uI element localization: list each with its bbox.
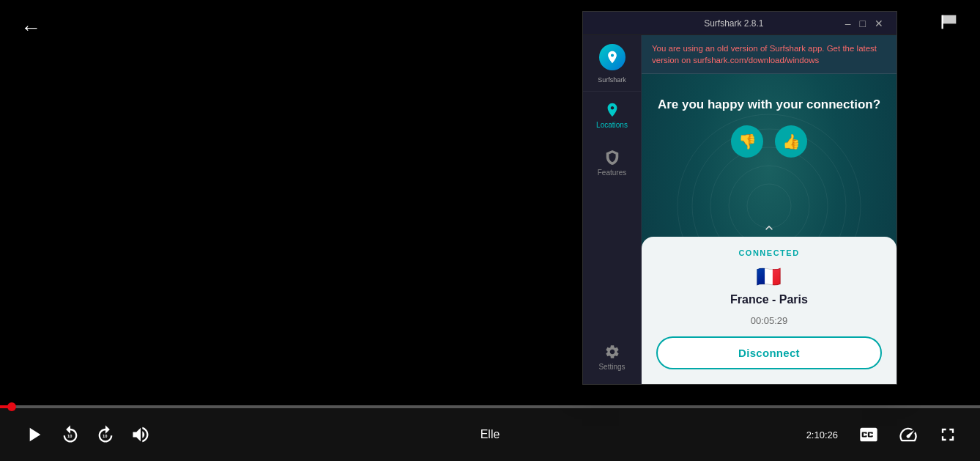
progress-bar[interactable] bbox=[0, 405, 980, 408]
location-name: France - Paris bbox=[730, 293, 808, 306]
sidebar-logo-label: Surfshark bbox=[598, 76, 626, 84]
right-controls: 2:10:26 bbox=[806, 420, 965, 449]
vpn-connection-content: Are you happy with your connection? 👎 👍 bbox=[642, 74, 897, 384]
update-banner-text: You are using an old version of Surfshar… bbox=[652, 44, 877, 64]
connected-status-label: CONNECTED bbox=[738, 248, 799, 257]
sidebar-item-locations[interactable]: Locations bbox=[583, 92, 641, 139]
svg-text:10: 10 bbox=[103, 434, 107, 438]
sidebar-settings-label: Settings bbox=[598, 363, 625, 371]
sidebar-logo[interactable]: Surfshark bbox=[583, 35, 641, 92]
progress-dot bbox=[7, 402, 16, 411]
media-title: Elle bbox=[480, 428, 500, 441]
replay-10-button[interactable]: 10 bbox=[56, 420, 85, 449]
connection-question: Are you happy with your connection? bbox=[658, 96, 880, 114]
update-banner: You are using an old version of Surfshar… bbox=[642, 35, 897, 74]
speed-button[interactable] bbox=[894, 420, 923, 449]
vpn-titlebar: Surfshark 2.8.1 – □ ✕ bbox=[583, 12, 897, 35]
minimize-button[interactable]: – bbox=[841, 16, 855, 31]
svg-text:10: 10 bbox=[67, 434, 72, 438]
back-button[interactable]: ← bbox=[21, 16, 41, 40]
thumbs-down-button[interactable]: 👎 bbox=[731, 125, 763, 158]
sidebar-item-features[interactable]: Features bbox=[583, 139, 641, 187]
connection-timer: 00:05:29 bbox=[751, 315, 788, 326]
disconnect-button[interactable]: Disconnect bbox=[656, 336, 882, 369]
volume-button[interactable] bbox=[126, 420, 155, 449]
forward-10-button[interactable]: 10 bbox=[91, 420, 120, 449]
fullscreen-button[interactable] bbox=[933, 420, 962, 449]
france-flag-icon: 🇫🇷 bbox=[756, 265, 782, 289]
location-display: 🇫🇷 France - Paris bbox=[730, 265, 808, 309]
maximize-button[interactable]: □ bbox=[855, 16, 870, 31]
controls-bar: 10 10 Elle 2:10:26 bbox=[0, 408, 980, 461]
thumbs-up-button[interactable]: 👍 bbox=[775, 125, 807, 158]
sidebar-features-label: Features bbox=[598, 169, 626, 177]
close-button[interactable]: ✕ bbox=[870, 16, 888, 31]
chevron-up-icon[interactable] bbox=[642, 221, 897, 235]
vpn-sidebar: Surfshark Locations Features bbox=[583, 35, 642, 384]
play-button[interactable] bbox=[18, 418, 50, 451]
connected-card: CONNECTED 🇫🇷 France - Paris 00:05:29 Dis… bbox=[642, 237, 897, 384]
connected-card-container: CONNECTED 🇫🇷 France - Paris 00:05:29 Dis… bbox=[642, 221, 897, 384]
titlebar-buttons: – □ ✕ bbox=[841, 16, 888, 31]
thumbs-up-icon: 👍 bbox=[782, 133, 801, 150]
vpn-main-content: You are using an old version of Surfshar… bbox=[642, 35, 897, 384]
thumbs-down-icon: 👎 bbox=[738, 133, 757, 150]
surfshark-logo-circle bbox=[599, 44, 626, 70]
sidebar-locations-label: Locations bbox=[596, 121, 628, 129]
subtitles-button[interactable] bbox=[854, 420, 883, 449]
vpn-app-title: Surfshark 2.8.1 bbox=[627, 18, 841, 29]
flag-icon bbox=[939, 12, 959, 37]
feedback-buttons: 👎 👍 bbox=[731, 125, 807, 158]
vpn-body: Surfshark Locations Features bbox=[583, 35, 897, 384]
sidebar-item-settings[interactable]: Settings bbox=[583, 333, 641, 381]
vpn-app-window: Surfshark 2.8.1 – □ ✕ Surfshark bbox=[582, 11, 897, 385]
time-display: 2:10:26 bbox=[806, 429, 838, 440]
